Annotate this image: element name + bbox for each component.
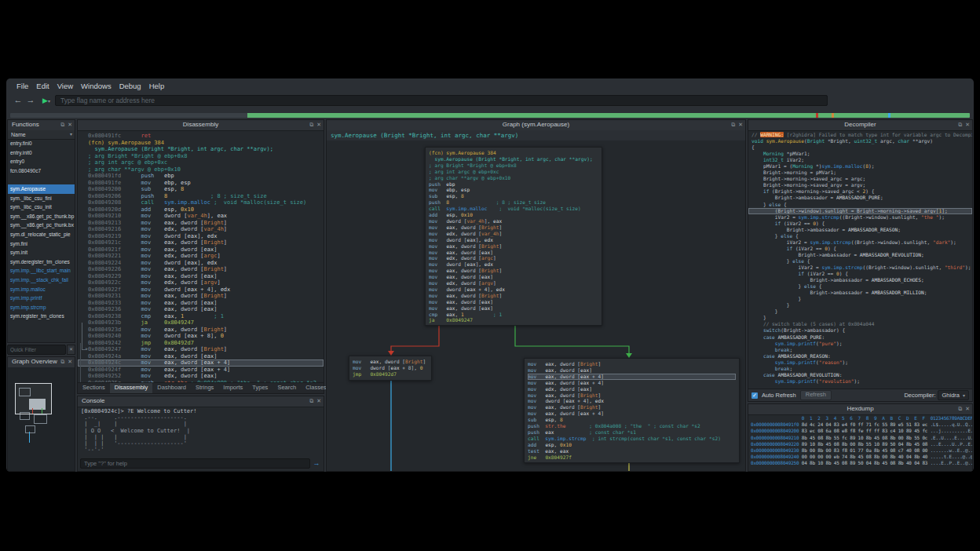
graph-node-line[interactable]: test eax, eax [528,448,736,454]
menu-windows[interactable]: Windows [77,82,115,90]
graph-node-line[interactable]: mov dword [eax + 4], edx [429,286,598,293]
function-item[interactable]: sym.imp.strcmp [8,303,75,312]
decompiler-line[interactable]: (Bright->window).sunlight = Bright->morn… [748,208,972,214]
disassembly-line[interactable]: 0x08049229 mov eax, dword [eax] [88,273,324,280]
decompiler-line[interactable]: } else { [751,258,972,265]
decompiler-line[interactable]: { [751,144,972,151]
graph-node-line[interactable]: ; arg int argc @ ebp+0xc [429,169,598,175]
tab-strings[interactable]: Strings [191,383,218,393]
disassembly-line[interactable]: 0x08049231 mov eax, dword [Bright] [88,293,324,300]
decompiler-line[interactable]: iVar2 = sym.imp.strcmp((Bright->window).… [751,265,972,271]
decompiler-line[interactable]: Bright->ambassador = AMBASSADOR_ECHOES; [751,277,972,283]
function-item[interactable]: sym.imp.__libc_start_main [8,266,75,276]
graph-node-line[interactable]: call sym.imp.strcmp ; int strcmp(const c… [528,436,736,442]
disassembly-line[interactable]: 0x08049240 mov dword [eax + 8], 0 [88,333,324,340]
graph-node-line[interactable]: mov eax, dword [Bright] [429,243,598,250]
detach-icon[interactable]: ⧉ [731,120,735,130]
detach-icon[interactable]: ⧉ [60,357,64,367]
graph-node-false-branch[interactable]: mov eax, dword [Bright]mov dword [eax + … [349,356,432,381]
function-item[interactable]: sym.dl_relocate_static_pie [8,230,75,239]
decompiler-line[interactable]: } else { [751,283,972,290]
graph-overview-minimap[interactable] [8,367,75,471]
decompiler-line[interactable]: sym.imp.printf("pure"); [751,341,972,347]
graph-node-line[interactable]: mov eax, dword [Bright] [429,224,598,231]
graph-node-line[interactable]: mov dword [eax + 4], edx [528,398,736,404]
disassembly-line[interactable]: 0x080491fd push ebp [88,173,324,180]
graph-node-line[interactable]: jne 0x804927f [528,454,736,461]
tab-sections[interactable]: Sections [78,383,110,393]
decompiler-line[interactable]: if (iVar2 == 0) { [751,271,972,277]
tab-disassembly[interactable]: Disassembly [110,383,153,393]
menu-edit[interactable]: Edit [32,82,53,90]
disassembly-line[interactable]: 0x08049219 mov dword [eax], edx [88,233,324,240]
graph-node-line[interactable]: push str.the ; 0x804a008 ; "the " ; cons… [528,423,736,429]
console-send-button[interactable]: → [312,458,321,469]
graph-canvas[interactable]: (fcn) sym.Aeropause 384 sym.Aeropause (B… [327,140,745,471]
disassembly-line[interactable]: 0x0804924a mov eax, dword [eax] [88,353,324,360]
disassembly-line[interactable]: 0x08049213 mov eax, dword [Bright] [88,220,324,227]
graph-node-line[interactable]: mov eax, dword [Bright] [528,392,736,399]
menu-debug[interactable]: Debug [115,82,145,90]
decompiler-line[interactable]: Bright->ambassador = AMBASSADOR_PURE; [751,195,972,201]
disassembly-line[interactable]: 0x08049208 call sym.imp.malloc ; void *m… [88,199,324,206]
graph-node-line[interactable]: cmp eax, 1 ; 1 [429,312,598,318]
disassembly-line[interactable]: 0x08049226 mov eax, dword [Bright] [88,266,324,273]
graph-node-line[interactable]: mov eax, dword [Bright] [528,361,736,367]
function-item[interactable]: sym.fini [8,239,75,249]
disassembly-line[interactable]: 0x0804922c mov edx, dword [argv] [88,279,324,286]
function-item[interactable]: sym._libc_csu_init [8,203,75,212]
close-icon[interactable]: ✕ [738,120,743,130]
function-item[interactable]: sym.Aeropause [8,184,75,194]
hex-row[interactable]: 0x0000000008049230 8b 00 8b 00 83 f8 01 … [751,447,972,454]
disassembly-line[interactable]: 0x08049247 mov eax, dword [Bright] [88,346,324,353]
hex-row[interactable]: 0x0000000008049240 00 00 00 00 eb 74 8b … [751,454,972,460]
function-item[interactable]: sym.init [8,248,75,257]
decompiler-line[interactable]: Bright->ambassador = AMBASSADOR_REASON; [751,227,972,233]
disassembly-line[interactable]: 0x08049236 mov eax, dword [eax] [88,306,324,313]
function-item[interactable]: sym.register_tm_clones [8,312,75,321]
decompiler-line[interactable]: Bright->ambassador = AMBASSADOR_MILLION; [751,290,972,296]
graph-node-line[interactable]: mov dword [eax], edx [429,261,598,268]
close-icon[interactable]: ✕ [68,357,72,367]
tab-dashboard[interactable]: Dashboard [152,383,191,393]
decompiler-line[interactable]: int32_t iVar2; [751,157,972,163]
function-item[interactable]: sym.__x86.get_pc_thunk.bp [8,212,75,221]
graph-node-line[interactable]: mov eax, dword [Bright] [429,268,598,274]
disassembly-line[interactable]: 0x0804924c mov eax, dword [eax + 4] [78,359,324,367]
menu-view[interactable]: View [53,82,77,90]
disassembly-line[interactable]: 0x080491fe mov ebp, esp [88,180,324,187]
graph-node-line[interactable]: mov eax, dword [Bright] [353,359,428,365]
close-icon[interactable]: ✕ [68,120,72,130]
address-search-input[interactable] [55,95,828,106]
graph-node-line[interactable]: mov edx, dword [argc] [429,255,598,261]
decompiler-line[interactable]: Morning *pMVar1; [751,151,972,157]
decompiler-line[interactable]: } [751,302,972,308]
graph-node-line[interactable]: ; arg char **argv @ ebp+0x10 [429,175,598,181]
function-item[interactable]: sym.imp.malloc [8,285,75,294]
graph-node-line[interactable]: push ebp [429,181,598,188]
graph-node-line[interactable]: sym.Aeropause (Bright *Bright, int argc,… [429,156,598,162]
function-item[interactable]: entry.init0 [8,148,75,158]
disassembly-line[interactable]: 0x0804921c mov eax, dword [Bright] [88,239,324,246]
disassembly-line[interactable]: 0x08049221 mov edx, dword [argc] [88,253,324,260]
tab-imports[interactable]: Imports [218,383,247,393]
decompiler-line[interactable]: if (iVar2 == 0) { [751,246,972,252]
disassembly-line[interactable]: 0x08049242 jmp 0x80492d7 [88,340,324,347]
decompiler-line[interactable]: sym.imp.printf("revolution"); [751,378,972,385]
disassembly-line[interactable]: 0x0804923d mov eax, dword [Bright] [88,327,324,334]
decompiler-line[interactable]: sym.imp.printf("reason"); [751,359,972,366]
decompiler-line[interactable]: } [751,308,972,315]
graph-node-line[interactable]: mov eax, dword [eax] [429,299,598,305]
graph-node-line[interactable]: mov eax, dword [eax] [429,274,598,280]
graph-node-line[interactable]: mov edx, dword [var_4h] [429,231,598,237]
decompiler-line[interactable]: } else { [751,233,972,239]
function-item[interactable]: sym.imp.printf [8,294,75,303]
graph-node-line[interactable]: mov edx, dword [eax] [528,386,736,392]
graph-node-line[interactable]: add esp, 0x10 [429,212,598,218]
close-icon[interactable]: ✕ [316,120,321,130]
decompiler-line[interactable]: switch(Bright->ambassador) { [751,327,972,334]
disassembly-line[interactable]: 0x08049224 mov dword [eax], edx [88,260,324,267]
disassembly-line[interactable]: (fcn) sym.Aeropause 384 [88,140,324,147]
detach-icon[interactable]: ⧉ [958,404,962,414]
disassembly-line[interactable]: 0x0804922f mov dword [eax + 4], edx [88,286,324,294]
